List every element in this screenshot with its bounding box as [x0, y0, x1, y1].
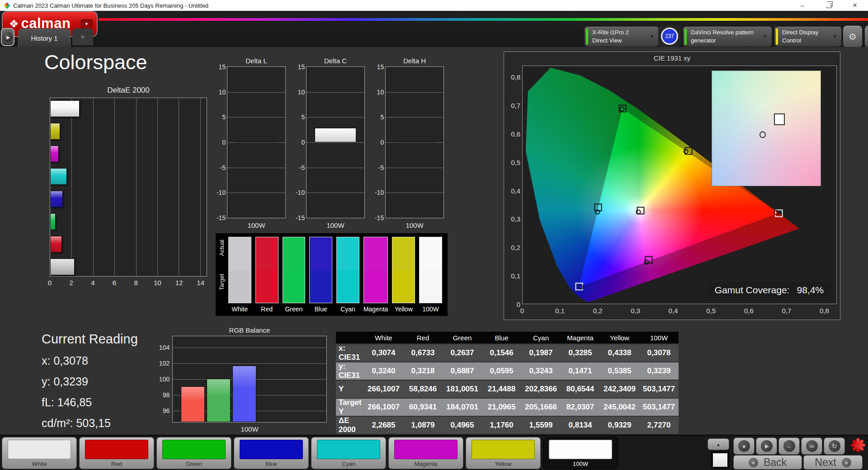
patch-label: Blue: [234, 461, 308, 467]
cie-measured-marker-green: [619, 106, 624, 111]
inset-measured-marker: [760, 131, 766, 138]
axis-tick-label: -5: [220, 164, 226, 171]
display-control-dropdown[interactable]: Direct Display Control ▼: [774, 26, 842, 47]
delta-h-bar: [394, 141, 435, 142]
gridline: [307, 117, 364, 118]
reading-label: cd/m²:: [42, 417, 76, 429]
axis-tick-label: 0,3: [631, 307, 640, 315]
pattern-window-preview[interactable]: [711, 451, 730, 469]
axis-tick-label: 0,5: [706, 307, 716, 315]
table-cell: 266,1007: [364, 403, 403, 412]
deltae-bar-blue: [50, 191, 63, 207]
settings-button[interactable]: ⚙: [843, 25, 863, 48]
measure-once-button[interactable]: ▶: [756, 437, 777, 455]
rgb-bar-red: [181, 386, 205, 422]
deltae-bar-magenta: [50, 146, 59, 162]
refresh-button[interactable]: ↻: [824, 437, 845, 455]
gamut-coverage-readout: Gamut Coverage: 98,4%: [708, 282, 831, 298]
measure-continuous-button[interactable]: ∞: [801, 437, 822, 455]
deltae-bar-yellow: [50, 123, 60, 140]
logo-dropdown-caret-icon[interactable]: ▼: [80, 19, 93, 29]
axis-tick-label: 0,8: [511, 73, 520, 81]
cie-plot-area: Gamut Coverage: 98,4%: [522, 66, 837, 304]
swatch: [419, 237, 442, 303]
gear-icon: ⚙: [849, 31, 857, 42]
patch-button-red[interactable]: Red: [79, 437, 154, 469]
gridline: [227, 193, 285, 193]
reading-count-button[interactable]: 237: [658, 25, 681, 47]
table-cell: 60,9341: [403, 403, 443, 412]
back-arrow-icon: «: [749, 458, 758, 467]
patch-button-magenta[interactable]: Magenta: [388, 437, 463, 469]
patch-button-yellow[interactable]: Yellow: [466, 437, 541, 469]
axis-tick-label: 102: [159, 360, 170, 367]
pattern-generator-dropdown[interactable]: DaVinci Resolve pattern generator ▼: [683, 26, 772, 47]
row-label: Target Y: [336, 398, 364, 416]
reading-value: 503,15: [76, 417, 110, 429]
close-button[interactable]: ×: [842, 0, 868, 11]
back-button-label: Back: [764, 456, 787, 469]
restore-button[interactable]: [816, 0, 842, 11]
patch-button-cyan[interactable]: Cyan: [311, 437, 386, 469]
measure-series-button[interactable]: ↔: [778, 437, 800, 455]
chevron-down-icon: ▼: [650, 34, 655, 39]
reading-line: y: 0,3239: [42, 375, 138, 388]
gridline: [173, 348, 326, 348]
meter-dropdown[interactable]: X-Rite i1Pro 2 Direct View ▼: [584, 26, 659, 47]
target-swatch: [283, 270, 305, 303]
tab-history-1[interactable]: History 1: [18, 28, 71, 47]
axis-tick-label: -10: [217, 189, 226, 196]
gridline: [386, 142, 443, 143]
current-reading-lines: x: 0,3078y: 0,3239fL: 146,85cd/m²: 503,1…: [42, 354, 138, 430]
collapse-panel-button[interactable]: ◀: [864, 25, 868, 48]
swatch-column-cyan: Cyan: [336, 237, 359, 316]
stop-measure-button[interactable]: ■: [733, 437, 755, 455]
meter-name: X-Rite i1Pro 2: [592, 29, 629, 36]
actual-swatch: [310, 237, 332, 270]
table-cell: 0,3218: [403, 367, 443, 376]
axis-tick-label: 98: [163, 391, 170, 399]
axis-tick-label: 0: [517, 301, 520, 308]
next-button[interactable]: Next »: [803, 455, 863, 470]
table-cell: 0,3285: [561, 348, 600, 357]
add-tab-button[interactable]: +: [72, 28, 93, 45]
axis-tick-label: 104: [159, 344, 170, 351]
swatch-column-green: Green: [283, 237, 306, 316]
gridline: [307, 168, 364, 168]
minimize-button[interactable]: –: [789, 0, 816, 11]
cie-measured-marker-cyan: [595, 209, 600, 214]
gridline: [386, 117, 443, 118]
workflow-nav-button[interactable]: ▶: [1, 28, 14, 46]
patch-button-blue[interactable]: Blue: [234, 437, 309, 469]
delta-l-chart: Delta L 151050-5-10-15 100W: [227, 57, 286, 229]
patch-swatch: [8, 440, 71, 459]
swatch: [392, 237, 415, 303]
swatch-column-yellow: Yellow: [392, 237, 415, 316]
axis-tick-label: 5: [222, 113, 226, 121]
expand-pattern-options-button[interactable]: ▲: [708, 438, 729, 450]
deltae-plot-area: [50, 98, 207, 277]
column-header: Blue: [482, 334, 521, 342]
axis-tick-label: 15: [377, 63, 384, 70]
gamut-coverage-value: 98,4%: [797, 285, 824, 296]
table-cell: 245,0042: [600, 403, 639, 412]
swatch: [336, 237, 359, 303]
delta-l-plot-area: 151050-5-10-15: [227, 66, 286, 218]
swatch-label: White: [228, 306, 251, 313]
patch-button-white[interactable]: White: [2, 437, 77, 469]
current-reading-title: Current Reading: [42, 332, 138, 347]
spectrum-divider: [99, 18, 868, 21]
patch-button-green[interactable]: Green: [156, 437, 231, 469]
patch-button-100w[interactable]: 100W: [543, 437, 618, 469]
row-label: x: CIE31: [336, 344, 364, 362]
patch-swatch: [394, 440, 458, 459]
table-cell: 0,6887: [443, 367, 482, 376]
rgb-plot-area: 1041021009896: [172, 336, 327, 423]
axis-tick-label: -5: [378, 164, 384, 171]
axis-tick-label: 0,1: [511, 272, 520, 280]
table-cell: 266,1007: [364, 385, 403, 394]
axis-tick-label: 0: [380, 139, 384, 146]
back-button[interactable]: « Back: [733, 455, 802, 470]
reading-value: 0,3078: [53, 354, 88, 367]
table-cell: 0,9329: [600, 421, 639, 430]
